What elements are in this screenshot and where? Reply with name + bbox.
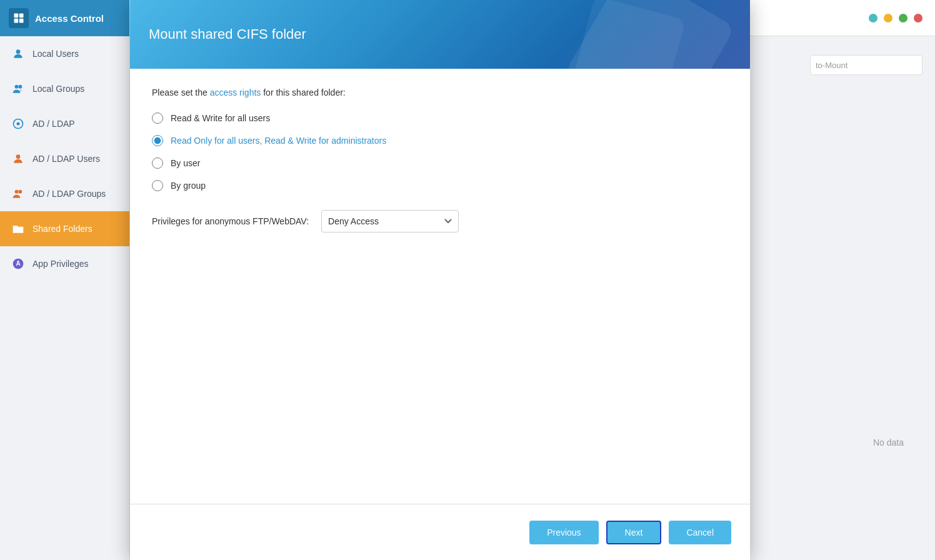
sidebar-item-local-groups[interactable]: Local Groups xyxy=(0,71,129,106)
radio-rw-all[interactable]: Read & Write for all users xyxy=(152,112,728,124)
ad-ldap-icon xyxy=(11,117,25,131)
no-data-label: No data xyxy=(873,438,904,448)
sidebar-item-ad-ldap[interactable]: AD / LDAP xyxy=(0,106,129,141)
sidebar-label-ad-ldap-users: AD / LDAP Users xyxy=(32,154,100,164)
local-users-icon xyxy=(11,47,25,61)
instruction-highlight: access rights xyxy=(210,88,261,98)
radio-input-rw-all[interactable] xyxy=(152,112,163,124)
svg-point-4 xyxy=(16,49,21,54)
sidebar-item-shared-folders[interactable]: Shared Folders xyxy=(0,211,129,246)
svg-rect-3 xyxy=(19,19,24,23)
sidebar-title: Access Control xyxy=(35,13,104,24)
svg-rect-0 xyxy=(14,14,19,18)
radio-ro-all[interactable]: Read Only for all users, Read & Write fo… xyxy=(152,135,728,146)
sidebar-label-local-users: Local Users xyxy=(32,49,79,59)
sidebar-label-app-privileges: App Privileges xyxy=(32,259,89,269)
sidebar-item-ad-ldap-groups[interactable]: AD / LDAP Groups xyxy=(0,176,129,211)
modal-mount-cifs: Mount shared CIFS folder Please set the … xyxy=(130,0,750,560)
modal-title: Mount shared CIFS folder xyxy=(149,26,306,42)
radio-label-by-user: By user xyxy=(171,158,200,168)
shared-folders-icon xyxy=(11,222,25,236)
traffic-light-green[interactable] xyxy=(899,14,908,22)
sidebar-item-app-privileges[interactable]: A App Privileges xyxy=(0,246,129,281)
search-input[interactable] xyxy=(810,55,922,75)
radio-input-ro-all[interactable] xyxy=(152,135,163,146)
svg-point-5 xyxy=(15,85,19,89)
sidebar-label-ad-ldap-groups: AD / LDAP Groups xyxy=(32,189,106,199)
privileges-row: Privileges for anonymous FTP/WebDAV: Den… xyxy=(152,210,728,232)
svg-point-9 xyxy=(16,154,21,159)
privileges-label: Privileges for anonymous FTP/WebDAV: xyxy=(152,216,309,226)
cancel-button[interactable]: Cancel xyxy=(669,521,731,544)
local-groups-icon xyxy=(11,82,25,96)
next-button[interactable]: Next xyxy=(606,521,662,544)
svg-point-6 xyxy=(18,85,22,89)
ad-ldap-users-icon xyxy=(11,152,25,166)
radio-by-group[interactable]: By group xyxy=(152,180,728,191)
svg-rect-2 xyxy=(14,19,19,23)
privileges-dropdown[interactable]: Deny Access Read Only Read & Write xyxy=(321,210,459,232)
radio-input-by-user[interactable] xyxy=(152,158,163,169)
radio-by-user[interactable]: By user xyxy=(152,158,728,169)
modal-header: Mount shared CIFS folder xyxy=(130,0,750,69)
radio-input-by-group[interactable] xyxy=(152,180,163,191)
traffic-light-yellow[interactable] xyxy=(884,14,892,22)
modal-body: Please set the access rights for this sh… xyxy=(130,69,750,504)
sidebar-label-ad-ldap: AD / LDAP xyxy=(32,119,75,129)
svg-point-8 xyxy=(17,122,20,126)
sidebar-header: Access Control xyxy=(0,0,129,36)
traffic-light-teal[interactable] xyxy=(869,14,878,22)
modal-footer: Previous Next Cancel xyxy=(130,504,750,560)
svg-text:A: A xyxy=(16,260,20,267)
traffic-light-red[interactable] xyxy=(914,14,922,22)
radio-label-ro-all: Read Only for all users, Read & Write fo… xyxy=(171,136,386,146)
app-privileges-icon: A xyxy=(11,257,25,271)
sidebar-label-shared-folders: Shared Folders xyxy=(32,224,92,234)
svg-rect-1 xyxy=(19,14,24,18)
radio-label-by-group: By group xyxy=(171,181,206,191)
sidebar-item-ad-ldap-users[interactable]: AD / LDAP Users xyxy=(0,141,129,176)
svg-point-11 xyxy=(18,190,22,194)
svg-point-10 xyxy=(15,190,19,194)
sidebar-label-local-groups: Local Groups xyxy=(32,84,84,94)
instruction-text: Please set the access rights for this sh… xyxy=(152,88,728,98)
radio-label-rw-all: Read & Write for all users xyxy=(171,113,270,123)
previous-button[interactable]: Previous xyxy=(529,521,598,544)
sidebar-item-local-users[interactable]: Local Users xyxy=(0,36,129,71)
ad-ldap-groups-icon xyxy=(11,187,25,201)
access-control-icon xyxy=(9,8,29,28)
radio-group-access: Read & Write for all users Read Only for… xyxy=(152,112,728,191)
sidebar: Access Control Local Users Local Groups xyxy=(0,0,130,560)
